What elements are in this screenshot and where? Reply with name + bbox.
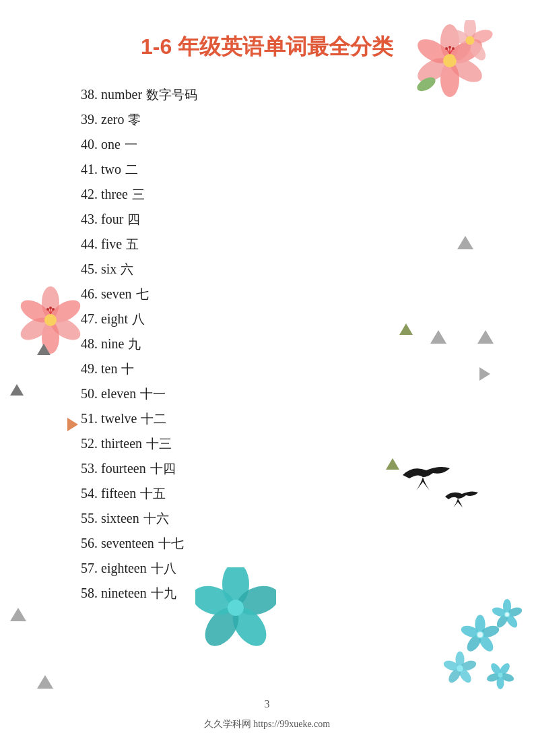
item-chinese: 八 <box>132 312 145 326</box>
list-item: 52. thirteen十三 <box>81 431 534 456</box>
item-english: zero <box>101 112 124 127</box>
item-chinese: 六 <box>121 262 133 276</box>
item-number: 54. <box>81 486 98 501</box>
item-english: five <box>101 237 122 251</box>
item-english: eight <box>101 311 128 326</box>
item-english: number <box>101 87 142 102</box>
list-item: 43. four四 <box>81 207 534 232</box>
item-chinese: 十六 <box>143 511 169 526</box>
footer-text: 久久学科网 https://99xueke.com <box>0 718 534 730</box>
item-number: 41. <box>81 162 98 177</box>
svg-point-31 <box>49 307 52 309</box>
item-english: thirteen <box>101 436 142 451</box>
item-chinese: 数字号码 <box>146 88 197 102</box>
item-chinese: 七 <box>136 287 149 301</box>
list-item: 39. zero零 <box>81 107 534 132</box>
triangle-deco-8 <box>67 418 78 431</box>
item-chinese: 四 <box>127 212 140 226</box>
item-chinese: 十 <box>121 362 134 376</box>
list-item: 53. fourteen十四 <box>81 456 534 481</box>
item-number: 49. <box>81 361 98 376</box>
flower-blue-icon <box>426 581 534 716</box>
item-chinese: 十七 <box>158 536 184 550</box>
item-english: ten <box>101 361 117 376</box>
list-item: 46. seven七 <box>81 282 534 307</box>
item-english: nineteen <box>101 586 147 600</box>
list-item: 41. two二 <box>81 157 534 182</box>
svg-point-10 <box>445 47 448 50</box>
item-number: 42. <box>81 187 98 201</box>
triangle-deco-1 <box>457 236 473 249</box>
svg-point-30 <box>46 308 49 311</box>
list-item: 45. six六 <box>81 257 534 282</box>
item-english: fifteen <box>101 486 136 501</box>
svg-point-38 <box>228 600 244 616</box>
item-english: twelve <box>101 411 137 426</box>
word-list: 38. number数字号码39. zero零40. one一41. two二4… <box>81 82 534 606</box>
list-item: 55. sixteen十六 <box>81 506 534 531</box>
triangle-deco-9 <box>10 608 26 621</box>
svg-point-18 <box>466 36 475 45</box>
item-number: 51. <box>81 411 98 426</box>
item-number: 44. <box>81 237 98 251</box>
triangle-deco-5 <box>479 367 490 381</box>
list-item: 49. ten十 <box>81 356 534 381</box>
item-english: four <box>101 212 123 226</box>
item-number: 55. <box>81 511 98 526</box>
item-english: two <box>101 162 121 177</box>
item-number: 40. <box>81 137 98 152</box>
svg-point-11 <box>448 46 451 49</box>
item-number: 45. <box>81 261 98 276</box>
list-item: 48. nine九 <box>81 332 534 356</box>
item-english: six <box>101 261 116 276</box>
list-item: 40. one一 <box>81 132 534 157</box>
triangle-deco-4 <box>477 330 494 344</box>
triangle-deco-6 <box>386 458 399 470</box>
item-chinese: 九 <box>128 337 141 351</box>
triangle-deco-10 <box>37 675 53 689</box>
item-chinese: 二 <box>125 162 138 177</box>
item-chinese: 十五 <box>140 486 166 501</box>
svg-point-12 <box>452 47 455 50</box>
item-number: 56. <box>81 536 98 550</box>
item-chinese: 三 <box>132 187 145 201</box>
flower-teal-icon <box>195 567 276 648</box>
item-english: eighteen <box>101 561 147 575</box>
item-chinese: 十三 <box>146 437 172 451</box>
list-item: 57. eighteen十八 <box>81 556 534 581</box>
svg-point-62 <box>498 673 503 678</box>
list-item: 51. twelve十二 <box>81 406 534 431</box>
item-number: 38. <box>81 87 98 102</box>
svg-point-64 <box>505 612 509 617</box>
triangle-deco-11 <box>37 344 51 355</box>
item-english: fourteen <box>101 461 146 476</box>
item-english: eleven <box>101 386 136 401</box>
page-number: 3 <box>0 698 534 710</box>
item-number: 39. <box>81 112 98 127</box>
item-number: 57. <box>81 561 98 575</box>
triangle-deco-2 <box>399 323 413 335</box>
item-english: nine <box>101 336 124 351</box>
bird-2-icon <box>443 485 480 509</box>
list-item: 42. three三 <box>81 182 534 207</box>
svg-point-56 <box>457 665 463 672</box>
item-number: 43. <box>81 212 98 226</box>
svg-point-26 <box>44 314 57 326</box>
svg-point-32 <box>52 308 55 311</box>
flower-top-right-icon <box>406 20 494 101</box>
item-english: seven <box>101 286 132 301</box>
svg-point-63 <box>477 632 483 637</box>
item-chinese: 一 <box>125 137 137 152</box>
item-english: sixteen <box>101 511 139 526</box>
list-item: 47. eight八 <box>81 307 534 332</box>
item-number: 53. <box>81 461 98 476</box>
item-number: 52. <box>81 436 98 451</box>
item-chinese: 零 <box>128 113 141 127</box>
item-chinese: 十八 <box>151 561 176 575</box>
list-item: 50. eleven十一 <box>81 381 534 406</box>
item-chinese: 十一 <box>140 387 166 401</box>
item-chinese: 十二 <box>141 412 166 426</box>
triangle-deco-3 <box>430 330 446 344</box>
item-chinese: 五 <box>126 237 139 251</box>
flower-left-mid-icon <box>13 283 88 357</box>
